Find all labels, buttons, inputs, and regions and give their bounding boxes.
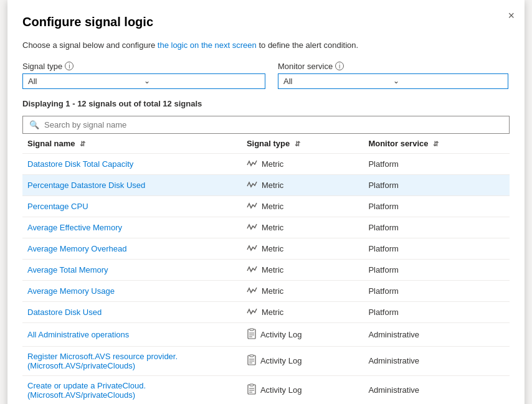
monitor-service-value: Platform bbox=[363, 153, 510, 174]
svg-rect-1 bbox=[250, 329, 254, 331]
metric-icon bbox=[247, 201, 258, 212]
metric-icon bbox=[247, 265, 258, 275]
activity-log-icon bbox=[247, 383, 257, 397]
monitor-service-value: Administrative bbox=[363, 322, 510, 346]
signal-name-sort-icon[interactable]: ⇵ bbox=[80, 140, 85, 148]
signals-table: Signal name ⇵ Signal type ⇵ Monitor serv… bbox=[22, 134, 510, 405]
activity-log-icon bbox=[247, 328, 257, 341]
signal-type-filter-group: Signal type i All ⌄ bbox=[22, 62, 265, 89]
configure-signal-logic-modal: Configure signal logic × Choose a signal… bbox=[7, 0, 525, 404]
signal-type-value: Activity Log bbox=[260, 356, 302, 365]
modal-title: Configure signal logic bbox=[22, 15, 510, 29]
signal-type-value: Metric bbox=[262, 181, 283, 190]
col-header-signal-name: Signal name ⇵ bbox=[22, 134, 242, 154]
signal-name-link[interactable]: Average Memory Usage bbox=[27, 286, 115, 296]
activity-log-icon bbox=[247, 354, 257, 367]
signal-name-link[interactable]: Average Effective Memory bbox=[27, 223, 122, 232]
signal-name-link[interactable]: Datastore Disk Total Capacity bbox=[27, 159, 133, 169]
signal-name-link[interactable]: Percentage CPU bbox=[27, 202, 88, 211]
signal-type-value: Activity Log bbox=[260, 330, 302, 339]
monitor-service-value: Platform bbox=[363, 238, 510, 259]
signal-type-value: Metric bbox=[262, 223, 283, 232]
signal-type-value: Metric bbox=[262, 244, 283, 253]
metric-icon bbox=[247, 286, 258, 296]
signal-name-link[interactable]: Average Memory Overhead bbox=[27, 244, 126, 253]
table-row[interactable]: All Administrative operations Activity L… bbox=[22, 322, 510, 346]
svg-rect-11 bbox=[250, 384, 254, 386]
description-link[interactable]: the logic on the next screen bbox=[158, 40, 257, 50]
signal-name-link[interactable]: Datastore Disk Used bbox=[27, 308, 102, 317]
table-row[interactable]: Percentage CPU MetricPlatform bbox=[22, 195, 510, 217]
svg-rect-6 bbox=[250, 355, 254, 357]
signal-type-value: Metric bbox=[262, 265, 283, 275]
metric-icon bbox=[247, 243, 258, 254]
signal-type-info-icon[interactable]: i bbox=[65, 62, 74, 70]
table-body: Datastore Disk Total Capacity MetricPlat… bbox=[22, 153, 510, 404]
monitor-service-value: Platform bbox=[363, 195, 510, 217]
signal-name-link[interactable]: Create or update a PrivateCloud. (Micros… bbox=[27, 381, 146, 400]
table-row[interactable]: Average Memory Usage MetricPlatform bbox=[22, 280, 510, 301]
signal-type-chevron-icon: ⌄ bbox=[144, 77, 260, 85]
table-row[interactable]: Average Effective Memory MetricPlatform bbox=[22, 217, 510, 238]
table-row[interactable]: Average Memory Overhead MetricPlatform bbox=[22, 238, 510, 259]
signal-type-value: Metric bbox=[262, 159, 283, 169]
table-row[interactable]: Create or update a PrivateCloud. (Micros… bbox=[22, 375, 510, 404]
metric-icon bbox=[247, 307, 258, 317]
monitor-service-value: Platform bbox=[363, 217, 510, 238]
displaying-text: Displaying 1 - 12 signals out of total 1… bbox=[22, 99, 510, 108]
monitor-service-value: Platform bbox=[363, 301, 510, 322]
search-input[interactable] bbox=[44, 120, 503, 129]
signal-type-value: Activity Log bbox=[260, 385, 302, 395]
table-row[interactable]: Register Microsoft.AVS resource provider… bbox=[22, 346, 510, 375]
signal-name-link[interactable]: Percentage Datastore Disk Used bbox=[27, 181, 145, 190]
monitor-service-value: Administrative bbox=[363, 346, 510, 375]
monitor-service-chevron-icon: ⌄ bbox=[393, 77, 503, 85]
description-text: Choose a signal below and configure the … bbox=[22, 39, 510, 52]
col-header-signal-type: Signal type ⇵ bbox=[242, 134, 364, 154]
signal-type-value: Metric bbox=[262, 202, 283, 211]
signal-name-link[interactable]: Average Total Memory bbox=[27, 265, 108, 275]
monitor-service-sort-icon[interactable]: ⇵ bbox=[433, 140, 439, 148]
search-box: 🔍 bbox=[22, 116, 510, 134]
signal-name-link[interactable]: Register Microsoft.AVS resource provider… bbox=[27, 352, 178, 370]
col-header-monitor-service: Monitor service ⇵ bbox=[363, 134, 510, 154]
metric-icon bbox=[247, 159, 258, 169]
monitor-service-value: Platform bbox=[363, 280, 510, 301]
table-header: Signal name ⇵ Signal type ⇵ Monitor serv… bbox=[22, 134, 510, 154]
monitor-service-label: Monitor service i bbox=[278, 62, 508, 71]
monitor-service-filter-group: Monitor service i All ⌄ bbox=[278, 62, 508, 89]
table-row[interactable]: Datastore Disk Used MetricPlatform bbox=[22, 301, 510, 322]
close-button[interactable]: × bbox=[508, 10, 515, 21]
signal-name-link[interactable]: All Administrative operations bbox=[27, 330, 129, 339]
table-row[interactable]: Datastore Disk Total Capacity MetricPlat… bbox=[22, 153, 510, 174]
signal-type-value: Metric bbox=[262, 286, 283, 296]
monitor-service-value: Platform bbox=[363, 259, 510, 280]
filters-row: Signal type i All ⌄ Monitor service i Al… bbox=[22, 62, 510, 89]
monitor-service-value: Administrative bbox=[363, 375, 510, 404]
search-icon: 🔍 bbox=[29, 120, 39, 129]
signal-type-value: Metric bbox=[262, 308, 283, 317]
monitor-service-value: Platform bbox=[363, 174, 510, 195]
signal-type-sort-icon[interactable]: ⇵ bbox=[295, 140, 300, 148]
signal-type-label: Signal type i bbox=[22, 62, 265, 71]
monitor-service-info-icon[interactable]: i bbox=[335, 62, 344, 70]
table-row[interactable]: Average Total Memory MetricPlatform bbox=[22, 259, 510, 280]
metric-icon bbox=[247, 180, 258, 190]
signal-type-select[interactable]: All ⌄ bbox=[22, 73, 265, 89]
table-row[interactable]: Percentage Datastore Disk Used MetricPla… bbox=[22, 174, 510, 195]
monitor-service-select[interactable]: All ⌄ bbox=[278, 73, 508, 89]
metric-icon bbox=[247, 222, 258, 233]
